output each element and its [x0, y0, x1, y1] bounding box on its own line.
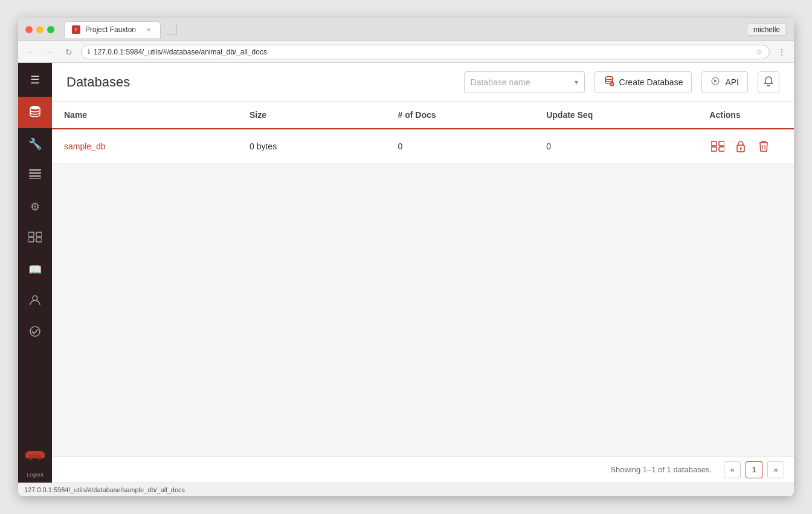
svg-rect-22 — [719, 147, 724, 151]
book-icon: 📖 — [28, 263, 42, 276]
create-db-label: Create Database — [619, 77, 683, 87]
notifications-button[interactable] — [758, 71, 779, 93]
sidebar-item-settings[interactable]: ⚙ — [18, 191, 52, 223]
user-icon — [29, 294, 41, 309]
svg-rect-20 — [711, 147, 717, 151]
svg-rect-19 — [711, 142, 717, 146]
address-bar[interactable]: ℹ 127.0.0.1:5984/_utils/#/database/anima… — [81, 45, 770, 59]
pagination-prev-button[interactable]: « — [724, 461, 741, 478]
database-icon — [28, 105, 42, 121]
user-chip: michelle — [747, 24, 787, 36]
logout-label: Logout — [27, 472, 44, 478]
table-area: Name Size # of Docs Update Seq Actions s… — [52, 102, 794, 456]
svg-rect-13 — [25, 452, 29, 458]
sidebar-item-user[interactable] — [18, 285, 52, 317]
api-button[interactable]: API — [701, 71, 748, 93]
svg-point-24 — [740, 148, 742, 149]
svg-rect-1 — [29, 169, 41, 171]
sidebar-couch-button[interactable] — [18, 438, 52, 472]
hamburger-icon: ☰ — [30, 73, 40, 86]
sidebar-menu-button[interactable]: ☰ — [18, 63, 52, 97]
db-name-cell: sample_db — [52, 129, 237, 164]
tab-title: Project Fauxton — [85, 25, 136, 34]
col-actions: Actions — [697, 102, 794, 129]
sidebar: ☰ 🔧 — [18, 63, 52, 483]
sidebar-bottom: Logout — [18, 438, 52, 483]
pagination-next-button[interactable]: » — [767, 461, 784, 478]
action-icons — [709, 138, 782, 155]
sidebar-item-docs[interactable]: 📖 — [18, 254, 52, 285]
checkmark-icon — [29, 325, 41, 340]
svg-point-17 — [605, 76, 613, 79]
replicate-button[interactable] — [709, 138, 726, 155]
svg-rect-16 — [38, 457, 41, 460]
svg-point-10 — [30, 327, 40, 336]
db-docs-cell: 0 — [386, 129, 535, 164]
svg-rect-7 — [36, 232, 42, 236]
delete-button[interactable] — [755, 138, 772, 155]
bookmark-icon[interactable]: ☆ — [756, 47, 763, 56]
gear-icon: ⚙ — [30, 200, 40, 213]
browser-window: F Project Fauxton × ⬜ michelle ← → ↻ ℹ 1… — [18, 18, 794, 496]
pagination-bar: Showing 1–1 of 1 databases. « 1 » — [52, 456, 794, 483]
close-button[interactable] — [25, 26, 33, 33]
sidebar-item-databases[interactable] — [18, 97, 52, 128]
browser-addressbar: ← → ↻ ℹ 127.0.0.1:5984/_utils/#/database… — [18, 41, 794, 63]
db-name-placeholder: Database name — [471, 77, 570, 87]
tab-close-button[interactable]: × — [144, 25, 153, 34]
browser-tab[interactable]: F Project Fauxton × — [64, 21, 161, 38]
db-update-seq-cell: 0 — [534, 129, 697, 164]
new-tab-button[interactable]: ⬜ — [163, 21, 180, 38]
sidebar-item-replication[interactable] — [18, 160, 52, 191]
chevron-down-icon: ▾ — [575, 78, 578, 86]
wrench-icon: 🔧 — [28, 137, 42, 151]
forward-button[interactable]: → — [42, 45, 57, 59]
col-docs: # of Docs — [386, 102, 535, 129]
couch-icon — [25, 446, 45, 464]
db-name-input-wrapper[interactable]: Database name ▾ — [464, 71, 585, 93]
tab-favicon: F — [72, 25, 80, 34]
pagination-info: Showing 1–1 of 1 databases. — [610, 465, 712, 474]
security-button[interactable] — [732, 138, 749, 155]
list-icon — [29, 169, 41, 182]
back-button[interactable]: ← — [23, 45, 37, 59]
status-url: 127.0.0.1:5984/_utils/#/database/sample_… — [24, 486, 185, 493]
table-body: sample_db 0 bytes 0 0 — [52, 129, 794, 164]
svg-rect-2 — [29, 172, 41, 174]
svg-rect-3 — [29, 175, 41, 177]
svg-point-9 — [33, 296, 37, 301]
main-content: Databases Database name ▾ — [52, 63, 794, 483]
sidebar-item-replicate2[interactable] — [18, 223, 52, 254]
app-container: ☰ 🔧 — [18, 63, 794, 483]
svg-rect-14 — [41, 452, 45, 458]
table-header: Name Size # of Docs Update Seq Actions — [52, 102, 794, 129]
db-actions-cell — [697, 129, 794, 164]
create-db-icon — [604, 76, 614, 89]
db-name-link[interactable]: sample_db — [64, 142, 106, 151]
col-size: Size — [237, 102, 386, 129]
minimize-button[interactable] — [36, 26, 44, 33]
db-size-cell: 0 bytes — [237, 129, 386, 164]
sidebar-item-verify[interactable] — [18, 317, 52, 348]
svg-rect-5 — [28, 232, 34, 236]
sidebar-item-tools[interactable]: 🔧 — [18, 128, 52, 160]
reload-button[interactable]: ↻ — [62, 45, 76, 59]
col-name: Name — [52, 102, 237, 129]
col-update-seq: Update Seq — [534, 102, 697, 129]
svg-rect-15 — [29, 457, 32, 460]
create-database-button[interactable]: Create Database — [594, 71, 692, 93]
browser-menu-button[interactable]: ⋮ — [775, 45, 789, 59]
api-label: API — [725, 77, 739, 87]
svg-rect-21 — [719, 142, 724, 146]
maximize-button[interactable] — [47, 26, 54, 33]
pagination-current-page: 1 — [746, 461, 762, 478]
svg-point-0 — [30, 106, 40, 109]
address-url: 127.0.0.1:5984/_utils/#/database/animal_… — [94, 48, 752, 56]
top-bar: Databases Database name ▾ — [52, 63, 794, 102]
browser-titlebar: F Project Fauxton × ⬜ michelle — [18, 18, 794, 41]
tab-area: F Project Fauxton × ⬜ — [64, 21, 742, 38]
svg-rect-4 — [29, 178, 41, 179]
svg-rect-8 — [36, 238, 42, 242]
address-lock-icon: ℹ — [88, 48, 90, 56]
bell-icon — [763, 76, 774, 89]
